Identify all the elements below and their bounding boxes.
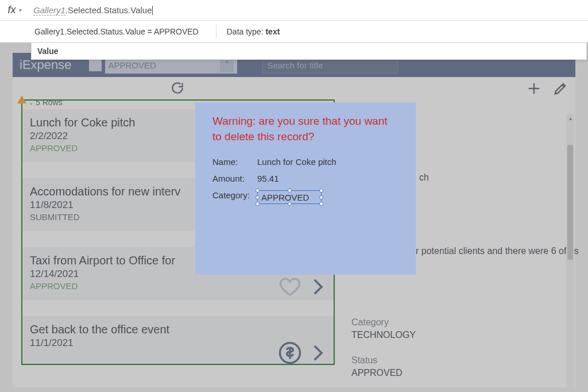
divider <box>216 25 216 39</box>
detail-category-label: Category <box>351 317 416 328</box>
chevron-right-icon[interactable] <box>305 341 330 364</box>
resize-handle[interactable] <box>319 202 323 206</box>
canvas-area: iExpense APPROVED ˅ Search for title ⌄ 5… <box>0 43 588 392</box>
filter-dropdown-value: APPROVED <box>109 60 156 70</box>
text-caret <box>152 6 153 15</box>
popup-category-label: Category: <box>212 190 257 204</box>
intellisense-item[interactable]: Value <box>37 47 59 56</box>
search-placeholder: Search for title <box>268 60 323 70</box>
refresh-icon <box>170 80 185 95</box>
filter-checkbox[interactable] <box>89 59 102 71</box>
formula-token-rest: .Selected.Status.Value <box>65 5 152 15</box>
popup-warning-text: Warning: are you sure that you want to d… <box>212 114 399 144</box>
intellisense-dropdown[interactable]: Value <box>31 43 587 60</box>
chevron-down-icon: ⌄ <box>29 99 33 106</box>
heart-icon[interactable] <box>278 275 302 299</box>
formula-bar: fx ▾ Gallery1.Selected.Status.Value <box>0 0 588 21</box>
popup-category-value: APPROVED <box>261 193 309 202</box>
fx-dropdown[interactable]: fx ▾ <box>0 4 29 16</box>
chevron-right-icon[interactable] <box>305 275 330 299</box>
fx-label: fx <box>7 4 16 16</box>
detail-category-value: TECHNOLOGY <box>351 330 416 340</box>
popup-amount-value: 95.41 <box>257 174 279 183</box>
pencil-icon <box>552 80 568 97</box>
selected-label-control[interactable]: APPROVED <box>257 190 322 204</box>
detail-status-value: APPROVED <box>351 368 416 378</box>
data-type-value: text <box>265 27 280 36</box>
rows-count-label: 5 Rows <box>36 98 63 107</box>
data-type-label: Data type: <box>227 27 266 36</box>
formula-input[interactable]: Gallery1.Selected.Status.Value <box>29 5 588 16</box>
add-button[interactable] <box>526 80 542 99</box>
resize-handle[interactable] <box>256 195 260 199</box>
toolbar-right <box>526 80 568 99</box>
item-actions <box>278 341 330 364</box>
detail-desc-frag: ch <box>419 172 429 183</box>
dollar-icon[interactable] <box>278 341 302 364</box>
resize-handle[interactable] <box>288 202 292 206</box>
formula-result-text: Gallery1.Selected.Status.Value = APPROVE… <box>34 27 199 36</box>
scrollbar-thumb[interactable] <box>567 145 573 260</box>
resize-handle[interactable] <box>319 195 323 199</box>
popup-name-label: Name: <box>212 157 257 167</box>
plus-icon <box>526 80 542 97</box>
rows-count[interactable]: ⌄ 5 Rows <box>29 98 63 107</box>
item-title: Get back to the office event <box>30 323 326 336</box>
gallery-item[interactable]: Get back to the office event 11/1/2021 <box>22 316 334 364</box>
formula-token-gallery: Gallery1 <box>33 5 65 16</box>
scroll-up-icon[interactable]: ▴ <box>566 114 574 122</box>
item-actions <box>278 275 330 299</box>
scrollbar-vertical[interactable]: ▴ ▾ <box>566 114 574 392</box>
data-type: Data type: text <box>227 27 280 36</box>
delete-confirm-popup[interactable]: Warning: are you sure that you want to d… <box>195 102 416 275</box>
detail-desc-line2: r potential clients and there were 6 of … <box>416 246 579 256</box>
resize-handle[interactable] <box>256 202 260 206</box>
popup-amount-label: Amount: <box>212 174 257 183</box>
resize-handle[interactable] <box>319 189 323 193</box>
resize-handle[interactable] <box>256 189 260 193</box>
popup-name-value: Lunch for Coke pitch <box>257 157 336 167</box>
refresh-button[interactable] <box>170 80 185 95</box>
edit-button[interactable] <box>552 80 568 99</box>
warning-icon[interactable] <box>17 95 26 103</box>
formula-result-bar: Gallery1.Selected.Status.Value = APPROVE… <box>0 21 588 43</box>
detail-status-label: Status <box>351 355 416 366</box>
chevron-down-icon: ▾ <box>18 7 21 13</box>
